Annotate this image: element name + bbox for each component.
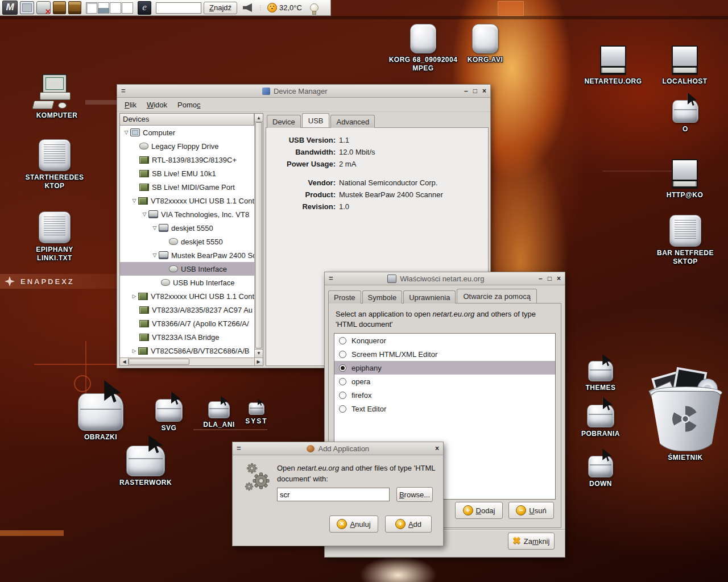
tree-item-selected[interactable]: USB Interface	[120, 262, 254, 276]
tree-item[interactable]: ▽VIA Technologies, Inc. VT8	[120, 207, 254, 221]
desktop-icon-syst[interactable]: SYST	[237, 402, 276, 426]
menu-widok[interactable]: Widok	[142, 99, 172, 110]
minimize-button[interactable]: –	[539, 273, 543, 284]
drawer-icon[interactable]	[53, 1, 66, 14]
display-settings-icon[interactable]	[20, 1, 34, 14]
desktop-icon-korg-avi[interactable]: KORG.AVI	[454, 24, 516, 64]
tree-item[interactable]: ▽Mustek BearPaw 2400 Sc	[120, 248, 254, 262]
tree-item[interactable]: RTL-8139/8139C/8139C+	[120, 153, 254, 167]
device-tree-column-header[interactable]: Devices	[120, 114, 254, 126]
maximize-button[interactable]: □	[548, 273, 552, 284]
workspace-pager[interactable]	[86, 2, 133, 14]
scroll-right-arrow[interactable]: ▶	[254, 358, 262, 365]
desktop-icon-bar-net[interactable]: BAR NETFREDE SKTOP	[650, 215, 721, 266]
expander-open-icon[interactable]: ▽	[151, 225, 159, 231]
properties-titlebar[interactable]: = Właściwości netart.eu.org – □ ×	[325, 272, 565, 285]
add-button[interactable]: + Add	[385, 516, 432, 533]
zamknij-button[interactable]: ✖ Zamknij	[508, 533, 555, 550]
menu-plik[interactable]: Plik	[119, 99, 142, 110]
tree-item[interactable]: ▷VT82C586A/B/VT82C686/A/B	[120, 344, 254, 357]
tab-proste[interactable]: Proste	[328, 290, 361, 304]
epiphany-launcher-icon[interactable]: e	[138, 1, 151, 15]
tree-item[interactable]: ▽Computer	[120, 126, 254, 139]
scroll-up-arrow[interactable]: ▲	[255, 114, 263, 122]
close-button[interactable]: ×	[482, 85, 486, 97]
app-option-text-editor[interactable]: Text Editor	[334, 402, 555, 415]
application-command-input[interactable]	[277, 488, 390, 501]
horizontal-scrollbar[interactable]: ◀ ▶	[120, 357, 263, 365]
tree-item[interactable]: SB Live! EMU 10k1	[120, 167, 254, 180]
workspace-3[interactable]	[110, 2, 121, 14]
tab-symbole[interactable]: Symbole	[362, 290, 403, 304]
drawer-icon[interactable]	[68, 1, 81, 14]
tab-otwarcie-za-pomoca[interactable]: Otwarcie za pomocą	[457, 289, 537, 303]
expander-closed-icon[interactable]: ▷	[130, 348, 138, 354]
tree-item[interactable]: Legacy Floppy Drive	[120, 139, 254, 153]
scrollbar-thumb[interactable]	[129, 359, 189, 365]
scroll-down-arrow[interactable]: ▼	[255, 349, 263, 357]
scrollbar-thumb[interactable]	[255, 122, 262, 348]
close-button[interactable]: ×	[557, 273, 561, 284]
desktop-icon-pobrania[interactable]: POBRANIA	[569, 405, 632, 438]
minimize-button[interactable]: –	[464, 85, 468, 97]
printer-error-icon[interactable]	[36, 1, 51, 14]
radio-icon[interactable]	[339, 392, 346, 399]
expander-open-icon[interactable]: ▽	[140, 211, 148, 217]
vertical-scrollbar[interactable]: ▲ ▼	[254, 114, 263, 357]
desktop-icon-rasterwork[interactable]: RASTERWORK	[100, 446, 191, 487]
close-button[interactable]: ×	[435, 443, 439, 454]
desktop-icon-komputer[interactable]: KOMPUTER	[30, 74, 84, 120]
tree-item[interactable]: SB Live! MIDI/Game Port	[120, 180, 254, 194]
desktop-icon-down[interactable]: DOWN	[573, 456, 628, 488]
tree-item[interactable]: VT8366/A/7 (Apollo KT266/A/	[120, 317, 254, 330]
tree-item[interactable]: VT8233/A/8235/8237 AC97 Au	[120, 303, 254, 317]
app-option-opera[interactable]: opera	[334, 375, 555, 388]
desktop-icon-o[interactable]: O	[661, 100, 710, 134]
desktop-icon-epiphany-linki[interactable]: EPIPHANY LINKI.TXT	[23, 211, 86, 263]
desktop-icon-localhost[interactable]: LOCALHOST	[653, 45, 717, 86]
tab-device[interactable]: Device	[267, 115, 301, 128]
workspace-2[interactable]	[98, 2, 109, 14]
tree-item[interactable]: ▽VT82xxxxx UHCI USB 1.1 Contr	[120, 194, 254, 207]
menu-pomoc[interactable]: Pomoc	[172, 99, 205, 110]
tree-item[interactable]: deskjet 5550	[120, 235, 254, 248]
tree-item[interactable]: ▽deskjet 5550	[120, 221, 254, 235]
window-menu-icon[interactable]: =	[121, 85, 126, 97]
app-option-epiphany[interactable]: epiphany	[334, 361, 555, 375]
radio-icon[interactable]	[339, 378, 346, 385]
desktop-icon-starthere[interactable]: STARTHEREDES KTOP	[23, 139, 86, 190]
expander-open-icon[interactable]: ▽	[130, 198, 138, 203]
expander-open-icon[interactable]: ▽	[151, 252, 159, 258]
find-button[interactable]: Znajdź	[204, 2, 237, 14]
maximize-button[interactable]: □	[473, 85, 477, 97]
expander-open-icon[interactable]: ▽	[122, 130, 130, 135]
tab-advanced[interactable]: Advanced	[330, 115, 375, 128]
radio-icon[interactable]	[339, 337, 346, 344]
radio-icon[interactable]	[339, 351, 346, 358]
desktop-icon-themes[interactable]: THEMES	[573, 361, 628, 392]
panel-find-input[interactable]	[156, 2, 201, 14]
scroll-left-arrow[interactable]: ◀	[121, 358, 129, 365]
tab-usb[interactable]: USB	[302, 113, 330, 127]
workspace-4[interactable]	[122, 2, 133, 14]
device-manager-titlebar[interactable]: = Device Manager – □ ×	[117, 85, 490, 98]
workspace-1[interactable]	[86, 2, 97, 14]
desktop-icon-obrazki[interactable]: OBRAZKI	[69, 393, 132, 442]
window-manager-menu-icon[interactable]: M	[2, 1, 18, 15]
tree-item[interactable]: VT8233A ISA Bridge	[120, 330, 254, 344]
app-option-konqueror[interactable]: Konqueror	[334, 334, 555, 347]
radio-selected-icon[interactable]	[339, 364, 346, 372]
window-menu-icon[interactable]: =	[329, 273, 333, 284]
desktop-icon-netarteu[interactable]: NETARTEU.ORG	[581, 45, 645, 86]
browse-button[interactable]: Browse...	[396, 487, 433, 502]
temperature-applet[interactable]: 32,0°C	[267, 3, 302, 13]
expander-closed-icon[interactable]: ▷	[130, 293, 138, 299]
volume-icon[interactable]	[243, 3, 252, 12]
desktop-icon-httpko[interactable]: HTTP@KO	[653, 159, 717, 199]
app-option-screem[interactable]: Screem HTML/XML Editor	[334, 347, 555, 361]
desktop-icon-svg[interactable]: SVG	[143, 399, 195, 433]
lightbulb-icon[interactable]	[310, 3, 318, 12]
window-menu-icon[interactable]: =	[237, 443, 241, 454]
radio-icon[interactable]	[339, 405, 346, 413]
tree-item[interactable]: ▷VT82xxxxx UHCI USB 1.1 Contr	[120, 289, 254, 303]
